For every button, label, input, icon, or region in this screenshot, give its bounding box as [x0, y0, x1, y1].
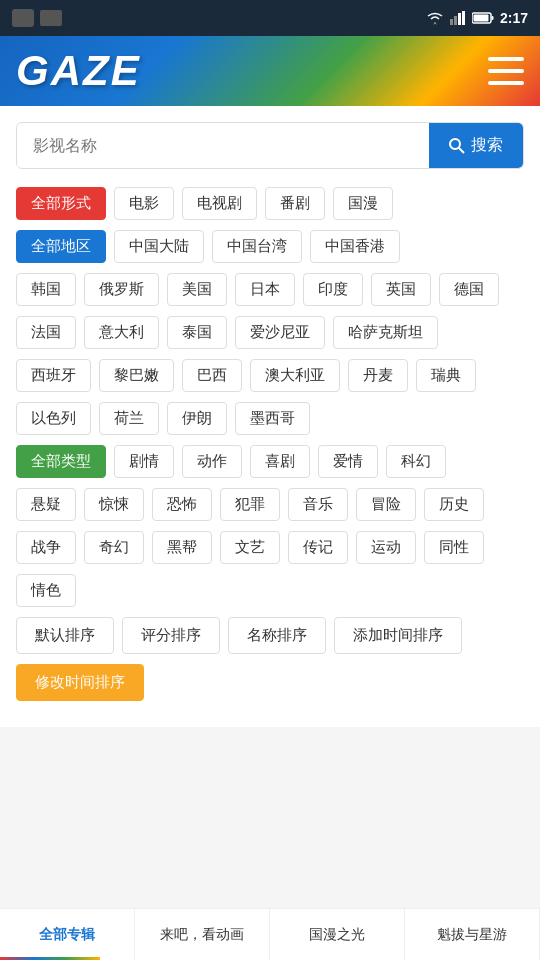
sort-row-2: 修改时间排序 — [16, 664, 524, 701]
tag-thriller[interactable]: 惊悚 — [84, 488, 144, 521]
tag-china-mainland[interactable]: 中国大陆 — [114, 230, 204, 263]
tag-romance[interactable]: 爱情 — [318, 445, 378, 478]
signal-icon — [450, 11, 466, 25]
tag-iran[interactable]: 伊朗 — [167, 402, 227, 435]
tag-mexico[interactable]: 墨西哥 — [235, 402, 310, 435]
tag-crime[interactable]: 犯罪 — [220, 488, 280, 521]
tag-usa[interactable]: 美国 — [167, 273, 227, 306]
tag-japan[interactable]: 日本 — [235, 273, 295, 306]
tag-kazakhstan[interactable]: 哈萨克斯坦 — [333, 316, 438, 349]
region-tag-row-3: 法国 意大利 泰国 爱沙尼亚 哈萨克斯坦 — [16, 316, 524, 349]
svg-rect-2 — [458, 13, 461, 25]
tag-denmark[interactable]: 丹麦 — [348, 359, 408, 392]
tag-adult[interactable]: 情色 — [16, 574, 76, 607]
svg-rect-6 — [473, 15, 488, 22]
sort-name[interactable]: 名称排序 — [228, 617, 326, 654]
tag-all-format[interactable]: 全部形式 — [16, 187, 106, 220]
tag-australia[interactable]: 澳大利亚 — [250, 359, 340, 392]
bottom-tabs: 全部专辑 来吧，看动画 国漫之光 魁拔与星游 — [0, 908, 540, 960]
tag-china-hongkong[interactable]: 中国香港 — [310, 230, 400, 263]
status-bar: 2:17 — [0, 0, 540, 36]
app-logo: GAZE — [16, 47, 141, 95]
tag-brazil[interactable]: 巴西 — [182, 359, 242, 392]
genre-tag-row-2: 悬疑 惊悚 恐怖 犯罪 音乐 冒险 历史 — [16, 488, 524, 521]
tab-all-albums[interactable]: 全部专辑 — [0, 909, 135, 960]
tab-star-game[interactable]: 魁拔与星游 — [405, 909, 540, 960]
tag-chinese-anime[interactable]: 国漫 — [333, 187, 393, 220]
tag-fantasy[interactable]: 奇幻 — [84, 531, 144, 564]
tag-lgbt[interactable]: 同性 — [424, 531, 484, 564]
tag-italy[interactable]: 意大利 — [84, 316, 159, 349]
tag-war[interactable]: 战争 — [16, 531, 76, 564]
genre-tag-row-4: 情色 — [16, 574, 524, 607]
photo-icon — [12, 9, 34, 27]
tag-scifi[interactable]: 科幻 — [386, 445, 446, 478]
tag-movie[interactable]: 电影 — [114, 187, 174, 220]
status-icons-left — [12, 9, 62, 27]
tag-uk[interactable]: 英国 — [371, 273, 431, 306]
tag-all-genre[interactable]: 全部类型 — [16, 445, 106, 478]
sort-rating[interactable]: 评分排序 — [122, 617, 220, 654]
tag-india[interactable]: 印度 — [303, 273, 363, 306]
tag-russia[interactable]: 俄罗斯 — [84, 273, 159, 306]
main-content: 搜索 全部形式 电影 电视剧 番剧 国漫 全部地区 中国大陆 中国台湾 中国香港… — [0, 106, 540, 727]
tag-history[interactable]: 历史 — [424, 488, 484, 521]
svg-rect-3 — [462, 11, 465, 25]
app-header: GAZE — [0, 36, 540, 106]
region-tag-row-2: 韩国 俄罗斯 美国 日本 印度 英国 德国 — [16, 273, 524, 306]
genre-tag-row-3: 战争 奇幻 黑帮 文艺 传记 运动 同性 — [16, 531, 524, 564]
menu-line-3 — [488, 81, 524, 85]
search-input[interactable] — [17, 125, 429, 167]
sort-default[interactable]: 默认排序 — [16, 617, 114, 654]
region-tag-row-4: 西班牙 黎巴嫩 巴西 澳大利亚 丹麦 瑞典 — [16, 359, 524, 392]
tag-action[interactable]: 动作 — [182, 445, 242, 478]
tag-estonia[interactable]: 爱沙尼亚 — [235, 316, 325, 349]
search-bar: 搜索 — [16, 122, 524, 169]
tag-sports[interactable]: 运动 — [356, 531, 416, 564]
menu-line-2 — [488, 69, 524, 73]
svg-line-8 — [459, 148, 464, 153]
tag-adventure[interactable]: 冒险 — [356, 488, 416, 521]
tag-korea[interactable]: 韩国 — [16, 273, 76, 306]
tag-germany[interactable]: 德国 — [439, 273, 499, 306]
tag-horror[interactable]: 恐怖 — [152, 488, 212, 521]
tag-biography[interactable]: 传记 — [288, 531, 348, 564]
menu-button[interactable] — [488, 57, 524, 85]
battery-icon — [472, 12, 494, 24]
svg-rect-1 — [454, 16, 457, 25]
tag-drama[interactable]: 剧情 — [114, 445, 174, 478]
genre-tag-row-1: 全部类型 剧情 动作 喜剧 爱情 科幻 — [16, 445, 524, 478]
tag-china-taiwan[interactable]: 中国台湾 — [212, 230, 302, 263]
svg-point-7 — [450, 139, 460, 149]
tag-france[interactable]: 法国 — [16, 316, 76, 349]
search-icon — [449, 138, 465, 154]
sort-add-time[interactable]: 添加时间排序 — [334, 617, 462, 654]
tag-israel[interactable]: 以色列 — [16, 402, 91, 435]
tag-music[interactable]: 音乐 — [288, 488, 348, 521]
tag-spain[interactable]: 西班牙 — [16, 359, 91, 392]
status-icons-right: 2:17 — [426, 10, 528, 26]
tag-lebanon[interactable]: 黎巴嫩 — [99, 359, 174, 392]
region-tag-row-5: 以色列 荷兰 伊朗 墨西哥 — [16, 402, 524, 435]
search-button[interactable]: 搜索 — [429, 123, 523, 168]
svg-rect-5 — [491, 16, 493, 20]
sort-modify-time[interactable]: 修改时间排序 — [16, 664, 144, 701]
tag-all-region[interactable]: 全部地区 — [16, 230, 106, 263]
tab-national-anime[interactable]: 国漫之光 — [270, 909, 405, 960]
time-display: 2:17 — [500, 10, 528, 26]
svg-rect-0 — [450, 19, 453, 25]
tag-netherlands[interactable]: 荷兰 — [99, 402, 159, 435]
wifi-icon — [426, 11, 444, 25]
tag-tv[interactable]: 电视剧 — [182, 187, 257, 220]
tag-thailand[interactable]: 泰国 — [167, 316, 227, 349]
tag-literary[interactable]: 文艺 — [220, 531, 280, 564]
format-tag-row: 全部形式 电影 电视剧 番剧 国漫 — [16, 187, 524, 220]
tag-comedy[interactable]: 喜剧 — [250, 445, 310, 478]
tag-sweden[interactable]: 瑞典 — [416, 359, 476, 392]
tag-anime[interactable]: 番剧 — [265, 187, 325, 220]
tab-watch-animation[interactable]: 来吧，看动画 — [135, 909, 270, 960]
sort-row: 默认排序 评分排序 名称排序 添加时间排序 — [16, 617, 524, 654]
tag-gangster[interactable]: 黑帮 — [152, 531, 212, 564]
tag-mystery[interactable]: 悬疑 — [16, 488, 76, 521]
square-icon — [40, 10, 62, 26]
